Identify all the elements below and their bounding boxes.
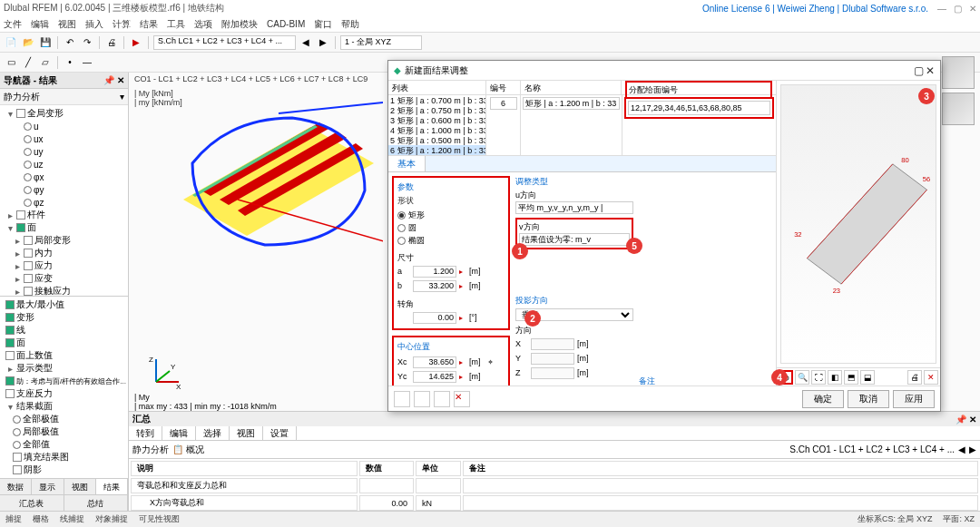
pv-close-icon[interactable]: ✕ xyxy=(924,370,938,385)
dialog-max-icon[interactable]: ▢ xyxy=(914,64,924,77)
nav-options: 最大/最小值 变形 线 面 面上数值 ▸显示类型 助：考虑与面/杆件的有效组合作… xyxy=(0,296,128,478)
redo-icon[interactable]: ↷ xyxy=(80,35,94,50)
status-snap[interactable]: 捕捉 xyxy=(5,513,22,525)
view-cubes[interactable] xyxy=(942,56,976,129)
v-dir-input[interactable] xyxy=(519,233,630,246)
menu-results[interactable]: 结果 xyxy=(140,18,158,31)
svg-text:23: 23 xyxy=(833,287,840,295)
menu-options[interactable]: 选项 xyxy=(194,18,212,31)
undo-icon[interactable]: ↶ xyxy=(63,35,77,50)
summary-analysis-dd[interactable]: 静力分析 xyxy=(132,444,169,456)
status-grid[interactable]: 栅格 xyxy=(33,513,49,525)
summary-close-icon[interactable]: 📌 ✕ xyxy=(956,415,976,425)
dialog-close-icon[interactable]: ✕ xyxy=(926,64,935,77)
number-input[interactable] xyxy=(490,97,517,110)
nav-bigtab-total[interactable]: 总结 xyxy=(64,495,129,511)
calc-icon[interactable]: ▶ xyxy=(129,35,143,50)
svg-text:56: 56 xyxy=(923,175,930,183)
footer-del-icon[interactable]: ✕ xyxy=(454,391,470,407)
cancel-button[interactable]: 取消 xyxy=(848,390,889,408)
menu-help[interactable]: 帮助 xyxy=(341,18,359,31)
loadcase-dropdown[interactable]: S.Ch LC1 + LC2 + LC3 + LC4 + ... xyxy=(153,35,296,50)
footer-new-icon[interactable] xyxy=(394,391,410,407)
prev-icon[interactable]: ◀ xyxy=(299,35,313,50)
save-icon[interactable]: 💾 xyxy=(38,35,53,50)
menu-tools[interactable]: 工具 xyxy=(167,18,185,31)
menu-cadbim[interactable]: CAD-BIM xyxy=(267,19,305,29)
member-icon[interactable]: — xyxy=(80,55,94,70)
tab-basic[interactable]: 基本 xyxy=(388,156,426,171)
assign-surfaces-input[interactable] xyxy=(628,101,770,115)
menu-window[interactable]: 窗口 xyxy=(314,18,332,31)
yc-input[interactable] xyxy=(413,371,456,383)
status-vis[interactable]: 可见性视图 xyxy=(139,513,180,525)
menu-view[interactable]: 视图 xyxy=(58,18,76,31)
head-assign: 分配给面编号 xyxy=(629,85,678,94)
select-icon[interactable]: ▭ xyxy=(4,55,18,70)
item-list[interactable]: 1 矩形 | a : 0.700 m | b : 33.200 m 2 矩形 |… xyxy=(388,95,486,155)
preview-3d[interactable]: 32 80 56 23 xyxy=(780,84,936,364)
maximize-icon[interactable]: ▢ xyxy=(954,4,962,14)
ok-button[interactable]: 确定 xyxy=(802,390,844,408)
menu-addons[interactable]: 附加模块 xyxy=(221,18,258,31)
menu-edit[interactable]: 编辑 xyxy=(31,18,49,31)
tree-global-def[interactable]: 全局变形 xyxy=(27,107,64,120)
pick-icon[interactable]: ⌖ xyxy=(488,357,493,367)
workspace-dropdown[interactable]: 1 - 全局 XYZ xyxy=(340,35,422,50)
pv-zoom-icon[interactable]: 🔍 xyxy=(795,370,809,385)
result-adjust-dialog: ◆ 新建面结果调整 ▢ ✕ 列表 编号 名称 分配给面编号 1 矩形 | a :… xyxy=(387,60,941,412)
dim-a-input[interactable] xyxy=(413,266,456,278)
apply-button[interactable]: 应用 xyxy=(893,390,935,408)
nav-tab-display[interactable]: 显示 xyxy=(32,479,64,494)
menu-file[interactable]: 文件 xyxy=(4,18,22,31)
v-dir-group: v方向 xyxy=(515,218,633,249)
next-icon[interactable]: ▶ xyxy=(316,35,330,50)
nav-bigtab-summary[interactable]: 汇总表 xyxy=(0,495,64,511)
summary-next-icon[interactable]: ▶ xyxy=(969,444,976,454)
u-dir-input[interactable] xyxy=(515,201,633,214)
footer-copy-icon[interactable] xyxy=(414,391,430,407)
line-icon[interactable]: ╱ xyxy=(21,55,35,70)
print-icon[interactable]: 🖨 xyxy=(104,35,119,50)
dropdown-icon[interactable]: ▾ xyxy=(120,92,124,102)
head-num: 编号 xyxy=(486,81,521,94)
summary-overview-dd[interactable]: 📋 概况 xyxy=(172,444,204,456)
pv-top-icon[interactable]: ⬒ xyxy=(844,370,858,385)
status-osnap[interactable]: 线捕捉 xyxy=(60,513,84,525)
menu-calc[interactable]: 计算 xyxy=(113,18,131,31)
name-input[interactable] xyxy=(523,97,620,110)
new-icon[interactable]: 📄 xyxy=(4,35,18,50)
close-icon[interactable]: ✕ xyxy=(969,4,976,14)
pv-fit-icon[interactable]: ⛶ xyxy=(811,370,826,385)
pv-front-icon[interactable]: ⬓ xyxy=(860,370,875,385)
footer-help-icon[interactable] xyxy=(434,391,450,407)
dim-b-input[interactable] xyxy=(413,280,456,292)
marker-2: 2 xyxy=(524,310,541,327)
pin-icon[interactable]: 📌 ✕ xyxy=(103,75,124,85)
toolbar-1: 📄 📂 💾 ↶ ↷ 🖨 ▶ S.Ch LC1 + LC2 + LC3 + LC4… xyxy=(0,33,980,53)
iso-cube2-icon[interactable] xyxy=(942,93,975,125)
pv-iso-icon[interactable]: ◧ xyxy=(828,370,842,385)
zc-input[interactable] xyxy=(413,385,456,386)
vp-footer: | My| max my : 433 | min my : -1018 kNm/… xyxy=(134,393,277,411)
status-objsnap[interactable]: 对象捕捉 xyxy=(95,513,128,525)
xc-input[interactable] xyxy=(413,356,456,368)
model-view[interactable] xyxy=(165,100,383,263)
minimize-icon[interactable]: — xyxy=(937,4,946,14)
result-tree[interactable]: ▾全局变形 u ux uy uz φx φy φz ▸杆件 ▾面 ▸局部变形 ▸… xyxy=(0,105,128,296)
node-icon[interactable]: • xyxy=(63,55,77,70)
rot-input[interactable] xyxy=(413,312,456,324)
summary-prev-icon[interactable]: ◀ xyxy=(958,444,965,454)
pv-print-icon[interactable]: 🖨 xyxy=(907,370,922,385)
surface-icon[interactable]: ▱ xyxy=(38,55,53,70)
summary-combo-dd[interactable]: S.Ch CO1 - LC1 + LC2 + LC3 + LC4 + ... xyxy=(789,444,955,454)
iso-cube-icon[interactable] xyxy=(942,56,975,89)
nav-tab-view[interactable]: 视图 xyxy=(64,479,96,494)
svg-marker-13 xyxy=(807,164,926,284)
nav-analysis[interactable]: 静力分析 xyxy=(4,91,40,103)
nav-tab-data[interactable]: 数据 xyxy=(0,479,32,494)
shape-dim-group: 参数 形状 矩形 圆 椭圆 尺寸 a▸[m] b▸[m] 转角 ▸[°] xyxy=(392,176,510,330)
nav-tab-results[interactable]: 结果 xyxy=(96,479,128,494)
open-icon[interactable]: 📂 xyxy=(21,35,35,50)
menu-insert[interactable]: 插入 xyxy=(85,18,103,31)
